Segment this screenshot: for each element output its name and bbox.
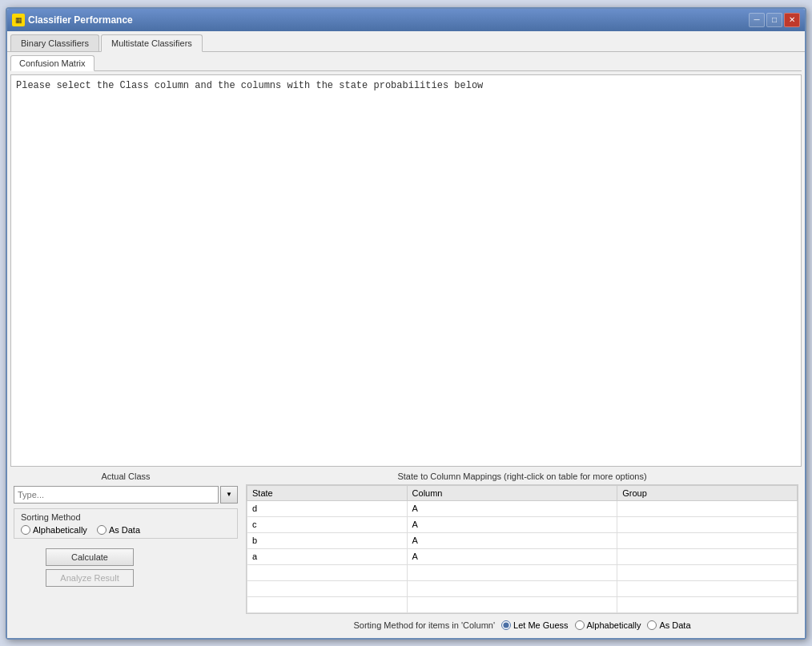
cell-empty [617, 564, 798, 580]
mappings-table: State Column Group d A c A b A a [246, 484, 798, 614]
table-row: c A [247, 516, 798, 532]
right-panel: State to Column Mappings (right-click on… [246, 471, 798, 632]
cell-empty [247, 596, 408, 612]
left-panel: Actual Class ▼ Sorting Method Alphabetic… [14, 471, 238, 632]
app-icon: ▦ [12, 14, 25, 26]
cell-state-3: a [247, 548, 408, 564]
table-row-empty [247, 564, 798, 580]
col-header-state: State [247, 485, 408, 500]
table-row-empty [247, 596, 798, 612]
cell-empty [617, 580, 798, 596]
dropdown-arrow-btn[interactable]: ▼ [220, 486, 238, 504]
mappings-data-table: State Column Group d A c A b A a [247, 485, 798, 613]
tab-confusion-matrix[interactable]: Confusion Matrix [10, 55, 94, 71]
dropdown-row: ▼ [14, 486, 238, 504]
cell-empty [407, 564, 617, 580]
cell-state-1: c [247, 516, 408, 532]
sorting-method-group: Sorting Method Alphabetically As Data [14, 508, 238, 539]
col-sort-guess-label: Let Me Guess [513, 620, 568, 630]
cell-column-3: A [407, 548, 617, 564]
sort-data-label: As Data [109, 525, 140, 535]
cell-empty [407, 596, 617, 612]
cell-group-2 [617, 532, 798, 548]
main-window: ▦ Classifier Performance ─ □ ✕ Binary Cl… [6, 7, 806, 640]
sorting-method-label: Sorting Method [21, 512, 231, 522]
table-row-empty [247, 580, 798, 596]
col-sort-alpha-option[interactable]: Alphabetically [575, 620, 641, 630]
col-sort-alpha-label: Alphabetically [587, 620, 641, 630]
title-bar: ▦ Classifier Performance ─ □ ✕ [7, 9, 805, 31]
col-sort-data-radio[interactable] [647, 620, 657, 630]
mappings-label: State to Column Mappings (right-click on… [246, 471, 798, 481]
col-header-column: Column [407, 485, 617, 500]
cell-empty [407, 580, 617, 596]
cell-column-1: A [407, 516, 617, 532]
cell-state-2: b [247, 532, 408, 548]
cell-empty [247, 564, 408, 580]
tab-multistate[interactable]: Multistate Classifiers [101, 34, 203, 52]
analyze-result-btn[interactable]: Analyze Result [46, 569, 134, 587]
actual-class-label: Actual Class [14, 471, 238, 481]
col-sort-alpha-radio[interactable] [575, 620, 585, 630]
bottom-section: Actual Class ▼ Sorting Method Alphabetic… [10, 467, 802, 635]
col-sort-data-option[interactable]: As Data [647, 620, 690, 630]
col-header-group: Group [617, 485, 798, 500]
col-sort-guess-radio[interactable] [501, 620, 511, 630]
cell-column-0: A [407, 500, 617, 516]
title-bar-buttons: ─ □ ✕ [749, 13, 800, 27]
secondary-tab-bar: Confusion Matrix [10, 55, 802, 71]
sort-alpha-label: Alphabetically [33, 525, 87, 535]
table-row: d A [247, 500, 798, 516]
column-sorting-row: Sorting Method for items in 'Column' Let… [246, 617, 798, 632]
calculate-btn[interactable]: Calculate [46, 548, 134, 566]
close-btn[interactable]: ✕ [784, 13, 800, 27]
minimize-btn[interactable]: ─ [749, 13, 765, 27]
title-bar-left: ▦ Classifier Performance [12, 14, 133, 26]
column-sorting-label: Sorting Method for items in 'Column' [353, 620, 495, 630]
table-row: a A [247, 548, 798, 564]
cell-column-2: A [407, 532, 617, 548]
col-sort-guess-option[interactable]: Let Me Guess [501, 620, 568, 630]
sort-alpha-option[interactable]: Alphabetically [21, 525, 87, 535]
cell-empty [247, 580, 408, 596]
cell-group-3 [617, 548, 798, 564]
table-row: b A [247, 532, 798, 548]
cell-group-0 [617, 500, 798, 516]
tab-binary[interactable]: Binary Classifiers [10, 34, 99, 51]
cell-state-0: d [247, 500, 408, 516]
display-text: Please select the Class column and the c… [16, 80, 483, 91]
cell-group-1 [617, 516, 798, 532]
type-dropdown[interactable] [14, 486, 219, 504]
cell-empty [617, 596, 798, 612]
content-area: Confusion Matrix Please select the Class… [7, 52, 805, 638]
maximize-btn[interactable]: □ [766, 13, 782, 27]
btn-row: Calculate Analyze Result [14, 548, 238, 587]
table-header-row: State Column Group [247, 485, 798, 500]
sorting-radio-row: Alphabetically As Data [21, 525, 231, 535]
sort-alpha-radio[interactable] [21, 525, 30, 535]
display-area: Please select the Class column and the c… [10, 74, 802, 467]
tab-bar: Binary Classifiers Multistate Classifier… [7, 31, 805, 52]
sort-data-radio[interactable] [97, 525, 107, 535]
sort-data-option[interactable]: As Data [97, 525, 140, 535]
window-title: Classifier Performance [28, 14, 133, 26]
col-sort-data-label: As Data [659, 620, 690, 630]
